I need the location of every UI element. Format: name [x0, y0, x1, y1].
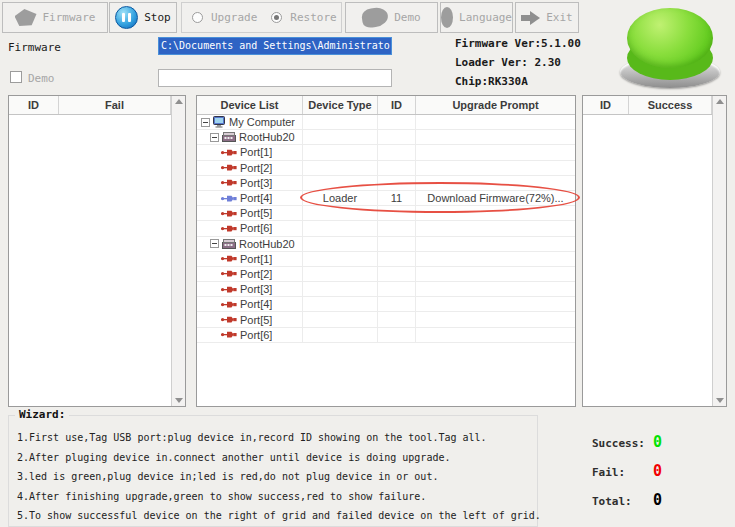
device-tree-row[interactable]: Port[6] [197, 221, 575, 236]
upgrade-prompt-cell [416, 161, 575, 175]
device-list-cell: Port[6] [197, 221, 303, 235]
upgrade-radio[interactable] [192, 12, 203, 23]
computer-icon [213, 116, 226, 128]
loader-version-text: Loader Ver: 2.30 [455, 56, 561, 69]
device-id-cell: 11 [378, 191, 416, 205]
usb-red-icon [221, 178, 237, 187]
exit-arrow-icon [521, 11, 540, 25]
led-top [627, 8, 713, 68]
device-tree-row[interactable]: RootHub20 [197, 130, 575, 145]
usb-red-icon [221, 209, 237, 218]
device-tree-row[interactable]: Port[1] [197, 252, 575, 267]
demo-input[interactable] [158, 69, 392, 87]
wizard-line: 3.led is green,plug device in;led is red… [17, 467, 537, 487]
hub-icon [222, 132, 236, 142]
wizard-groupbox: Wizard: 1.First use,Tag USB port:plug de… [8, 415, 538, 527]
device-tree-row[interactable]: My Computer [197, 115, 575, 130]
device-id-cell [378, 328, 416, 342]
fail-header-fail: Fail [59, 96, 171, 114]
firmware-button-label: Firmware [43, 11, 96, 24]
fail-table-scrollbar[interactable] [171, 96, 185, 406]
upgrade-prompt-cell [416, 328, 575, 342]
device-type-cell [303, 328, 378, 342]
success-table-header: ID Success [583, 96, 726, 115]
restore-radio[interactable] [271, 12, 282, 23]
demo-button[interactable]: Demo [345, 2, 438, 33]
usb-red-icon [221, 224, 237, 233]
demo-checkbox-label: Demo [28, 72, 55, 85]
language-icon [441, 7, 453, 28]
upgrade-prompt-cell [416, 206, 575, 220]
scroll-up-icon[interactable] [716, 99, 724, 104]
firmware-button[interactable]: Firmware [2, 2, 108, 33]
chip-text: Chip:RK330A [455, 75, 528, 88]
upgrade-prompt-cell [416, 130, 575, 144]
device-header-prompt: Upgrade Prompt [416, 96, 575, 114]
success-table-body[interactable] [583, 115, 726, 406]
usb-red-icon [221, 163, 237, 172]
demo-button-label: Demo [394, 11, 421, 24]
device-type-cell [303, 115, 378, 129]
flash-tool-window: Firmware Stop Upgrade Restore Demo Langu… [0, 0, 735, 527]
wizard-line: 1.First use,Tag USB port:plug device in,… [17, 428, 537, 448]
success-count-label: Success: [592, 437, 645, 450]
stop-button[interactable]: Stop [109, 2, 177, 33]
device-tree-row[interactable]: RootHub20 [197, 237, 575, 252]
device-tree-row[interactable]: Port[1] [197, 145, 575, 160]
device-type-cell [303, 161, 378, 175]
firmware-path-value: C:\Documents and Settings\Administrator\… [159, 38, 392, 54]
device-id-cell [378, 145, 416, 159]
exit-button[interactable]: Exit [515, 2, 579, 33]
device-id-cell [378, 252, 416, 266]
device-header-type: Device Type [303, 96, 378, 114]
success-count: 0 [653, 433, 662, 451]
language-button-label: Language [459, 11, 512, 24]
fail-table-body[interactable] [9, 115, 185, 406]
demo-checkbox[interactable] [10, 71, 22, 83]
device-header-list: Device List [197, 96, 303, 114]
tree-item-label: RootHub20 [239, 131, 295, 143]
device-tree-row[interactable]: Port[5] [197, 312, 575, 327]
hub-icon [222, 239, 236, 249]
device-table-header: Device List Device Type ID Upgrade Promp… [197, 96, 575, 115]
device-id-cell [378, 267, 416, 281]
tree-item-label: Port[3] [240, 177, 272, 189]
device-tree-row[interactable]: Port[6] [197, 328, 575, 343]
upgrade-prompt-cell [416, 145, 575, 159]
device-list-cell: Port[5] [197, 206, 303, 220]
device-header-id: ID [378, 96, 416, 114]
device-list-cell: Port[6] [197, 328, 303, 342]
device-tree-row[interactable]: Port[3] [197, 176, 575, 191]
scroll-down-icon[interactable] [716, 398, 724, 403]
device-list-cell: Port[3] [197, 282, 303, 296]
device-tree-row[interactable]: Port[3] [197, 282, 575, 297]
device-tree-row[interactable]: Port[4] [197, 297, 575, 312]
tree-expander-icon[interactable] [210, 239, 219, 248]
tree-expander-icon[interactable] [201, 118, 210, 127]
firmware-path-label: Firmware [8, 41, 61, 54]
tree-item-label: Port[6] [240, 329, 272, 341]
device-tree-row[interactable]: Port[2] [197, 161, 575, 176]
device-tree-row[interactable]: Port[2] [197, 267, 575, 282]
device-id-cell [378, 237, 416, 251]
language-button[interactable]: Language [440, 2, 513, 33]
usb-red-icon [221, 285, 237, 294]
wizard-lines: 1.First use,Tag USB port:plug device in,… [9, 416, 537, 526]
exit-button-label: Exit [546, 11, 573, 24]
fail-count-label: Fail: [592, 466, 625, 479]
usb-red-icon [221, 254, 237, 263]
firmware-path-input[interactable]: C:\Documents and Settings\Administrator\… [158, 37, 392, 55]
device-list-cell: Port[4] [197, 297, 303, 311]
scroll-up-icon[interactable] [175, 99, 183, 104]
success-table-scrollbar[interactable] [712, 96, 726, 406]
device-type-cell [303, 130, 378, 144]
scroll-down-icon[interactable] [175, 398, 183, 403]
device-tree-row[interactable]: Port[4]Loader11Download Firmware(72%)... [197, 191, 575, 206]
success-header-id: ID [583, 96, 629, 114]
tree-expander-icon[interactable] [210, 133, 219, 142]
device-id-cell [378, 206, 416, 220]
device-tree-row[interactable]: Port[5] [197, 206, 575, 221]
device-type-cell [303, 282, 378, 296]
device-table-body[interactable]: My ComputerRootHub20Port[1]Port[2]Port[3… [197, 115, 575, 406]
restore-radio-label: Restore [290, 11, 336, 24]
